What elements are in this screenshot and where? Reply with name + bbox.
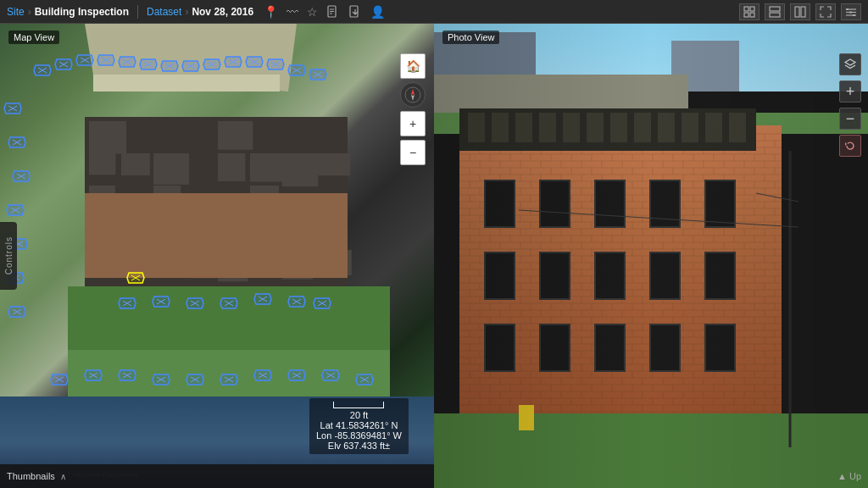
svg-rect-10 <box>770 13 780 17</box>
controls-sidebar-label: Controls <box>4 236 14 274</box>
svg-rect-13 <box>846 8 849 10</box>
compass-button[interactable] <box>400 82 426 108</box>
breadcrumb: Site › Building Inspection <box>7 6 129 18</box>
topbar-divider1 <box>137 5 138 19</box>
scale-bar <box>316 402 402 408</box>
topbar: Site › Building Inspection Dataset › Nov… <box>0 0 868 24</box>
svg-rect-9 <box>770 7 780 11</box>
settings-btn[interactable] <box>841 3 861 20</box>
expand-btn[interactable] <box>815 3 836 20</box>
site-name: Building Inspection <box>35 6 129 18</box>
svg-rect-15 <box>849 11 852 13</box>
elv-display: Elv 637.433 ft± <box>316 441 402 451</box>
thumbnails-bar[interactable]: Thumbnails ∧ <box>0 464 434 488</box>
lat-display: Lat 41.5834261° N <box>316 420 402 430</box>
home-button[interactable]: 🏠 <box>400 53 426 79</box>
thumbnails-label: Thumbnails <box>7 471 55 481</box>
photo-panel: Photo View + − <box>434 24 868 488</box>
topbar-right-icons <box>739 3 861 20</box>
photo-reset-button[interactable] <box>839 135 861 157</box>
photo-zoom-in-button[interactable]: + <box>839 80 861 103</box>
map-controls: 🏠 + − <box>400 53 426 165</box>
breadcrumb-sep2: › <box>185 6 188 18</box>
view-mode-btn3[interactable] <box>790 3 810 20</box>
dataset-link[interactable]: Dataset <box>147 6 181 18</box>
thumbnails-chevron: ∧ <box>60 472 66 481</box>
up-arrow-icon: ▲ <box>837 471 847 481</box>
zoom-out-button[interactable]: − <box>400 140 426 165</box>
svg-rect-12 <box>801 7 805 17</box>
svg-rect-5 <box>744 7 748 11</box>
svg-rect-11 <box>795 7 799 17</box>
scale-line <box>333 402 384 408</box>
svg-rect-7 <box>744 13 748 17</box>
view-mode-btn1[interactable] <box>739 3 760 20</box>
map-info: 20 ft Lat 41.5834261° N Lon -85.8369481°… <box>309 398 409 454</box>
breadcrumb-sep1: › <box>28 6 31 18</box>
photo-canvas[interactable] <box>434 24 868 488</box>
svg-rect-6 <box>750 7 754 11</box>
svg-rect-4 <box>350 6 358 17</box>
view-mode-btn2[interactable] <box>765 3 785 20</box>
topbar-tool-icons: 📍 〰 ☆ 👤 <box>264 5 385 19</box>
photo-controls-right: + − <box>839 53 861 157</box>
dataset-date: Nov 28, 2016 <box>192 6 253 18</box>
map-view-label: Map View <box>8 30 59 44</box>
pdf-icon[interactable] <box>326 5 340 19</box>
up-label: ▲ Up <box>837 471 861 481</box>
share-person-icon[interactable]: 👤 <box>370 5 385 19</box>
scale-label: 20 ft <box>316 410 402 420</box>
photo-zoom-out-button[interactable]: − <box>839 108 861 130</box>
controls-sidebar-tab[interactable]: Controls <box>0 222 17 290</box>
download-icon[interactable] <box>348 5 362 19</box>
up-text: Up <box>849 471 861 481</box>
photo-view-label: Photo View <box>442 30 499 44</box>
zoom-in-button[interactable]: + <box>400 111 426 136</box>
location-pin-icon[interactable]: 📍 <box>264 5 278 19</box>
svg-rect-8 <box>750 13 754 17</box>
svg-rect-18 <box>853 14 855 16</box>
dataset-breadcrumb: Dataset › Nov 28, 2016 <box>147 6 253 18</box>
layers-button[interactable] <box>839 53 861 75</box>
site-link[interactable]: Site <box>7 6 25 18</box>
line-graph-icon[interactable]: 〰 <box>287 5 298 19</box>
map-panel: Map View Controls 🏠 + − 20 <box>0 24 434 488</box>
star-icon[interactable]: ☆ <box>307 5 318 19</box>
lon-display: Lon -85.8369481° W <box>316 430 402 441</box>
main-content: Map View Controls 🏠 + − 20 <box>0 24 868 488</box>
